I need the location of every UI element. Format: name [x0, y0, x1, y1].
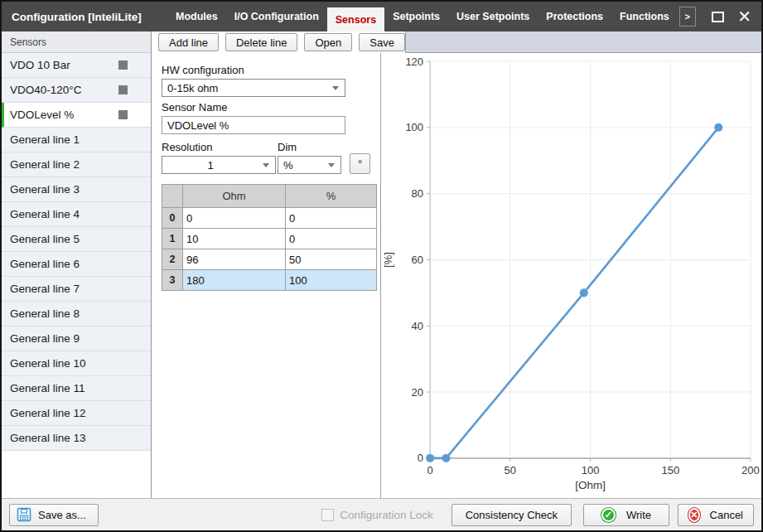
cell-ohm[interactable]: 0 [183, 208, 286, 229]
table-header-row: Ohm % [162, 185, 377, 208]
write-button[interactable]: ✓ Write [583, 504, 669, 526]
maximize-icon[interactable] [712, 12, 724, 22]
sidebar-item-label: VDOLevel % [10, 109, 74, 121]
sidebar-item-general-line-9[interactable]: General line 9 [2, 326, 151, 351]
degree-symbol-button[interactable]: ° [350, 153, 370, 174]
sidebar-item-general-line-6[interactable]: General line 6 [2, 252, 151, 277]
open-button[interactable]: Open [304, 33, 352, 51]
consistency-check-button[interactable]: Consistency Check [452, 504, 572, 526]
sidebar-item-general-line-2[interactable]: General line 2 [2, 152, 151, 177]
svg-text:40: 40 [412, 320, 423, 332]
table-row: 1 10 0 [162, 229, 377, 249]
hw-configuration-label: HW configuration [162, 64, 380, 76]
footer-bar: Save as... Configuration Lock Consistenc… [2, 498, 761, 530]
delete-line-button[interactable]: Delete line [225, 33, 297, 51]
sensors-sidebar: Sensors VDO 10 Bar VDO40-120°C VDOLevel … [2, 31, 152, 498]
tab-functions[interactable]: Functions [611, 2, 678, 31]
main-area: Sensors VDO 10 Bar VDO40-120°C VDOLevel … [2, 31, 761, 498]
resolution-label: Resolution [162, 141, 278, 153]
titlebar: Configuration [InteliLite] Modules I/O C… [2, 2, 761, 31]
sidebar-item-vdo-10-bar[interactable]: VDO 10 Bar [2, 53, 151, 78]
cell-ohm[interactable]: 180 [183, 270, 286, 291]
sensor-name-label: Sensor Name [162, 101, 380, 114]
cell-ohm[interactable]: 10 [183, 229, 286, 249]
sidebar-item-general-line-5[interactable]: General line 5 [2, 227, 151, 252]
sidebar-item-label: VDO 10 Bar [10, 59, 70, 71]
write-check-icon: ✓ [601, 508, 616, 522]
sensor-curve-chart: 020406080100120050100150200[%][Ohm] [381, 53, 761, 498]
tab-protections[interactable]: Protections [538, 2, 611, 31]
sidebar-item-general-line-11[interactable]: General line 11 [2, 376, 151, 401]
sidebar-item-general-line-10[interactable]: General line 10 [2, 351, 151, 376]
hw-configuration-select[interactable]: 0-15k ohm [162, 79, 345, 97]
floppy-disk-icon [17, 507, 31, 522]
table-row: 2 96 50 [162, 249, 377, 270]
content-body: HW configuration 0-15k ohm Sensor Name R… [152, 53, 761, 498]
save-button[interactable]: Save [359, 33, 405, 51]
svg-text:100: 100 [405, 121, 423, 133]
sidebar-item-label: General line 2 [10, 158, 80, 171]
svg-text:150: 150 [661, 464, 679, 476]
tab-modules[interactable]: Modules [167, 2, 226, 31]
sidebar-item-label: General line 6 [10, 258, 80, 270]
cancel-button[interactable]: ✕ Cancel [678, 504, 754, 526]
dim-select[interactable]: % [278, 156, 341, 174]
chevron-down-icon [328, 163, 335, 167]
svg-text:0: 0 [418, 452, 423, 464]
add-line-button[interactable]: Add line [158, 33, 219, 51]
sidebar-item-general-line-8[interactable]: General line 8 [2, 302, 151, 326]
sidebar-item-vdolevel[interactable]: VDOLevel % [2, 103, 151, 128]
dim-label: Dim [278, 141, 341, 153]
row-header[interactable]: 3 [162, 270, 183, 291]
row-header[interactable]: 0 [162, 208, 183, 229]
sidebar-item-label: General line 10 [10, 357, 86, 370]
sidebar-item-label: General line 12 [10, 407, 86, 419]
table-row-selected: 3 180 100 [162, 270, 377, 291]
dim-column: Dim % [278, 137, 341, 174]
app-window: Configuration [InteliLite] Modules I/O C… [0, 0, 763, 532]
svg-text:50: 50 [505, 464, 516, 476]
window-title: Configuration [InteliLite] [2, 2, 167, 31]
sidebar-item-general-line-13[interactable]: General line 13 [2, 426, 151, 451]
sidebar-item-general-line-12[interactable]: General line 12 [2, 401, 151, 426]
configuration-lock-label: Configuration Lock [340, 509, 433, 521]
cell-pct[interactable]: 100 [286, 270, 377, 291]
sidebar-item-general-line-7[interactable]: General line 7 [2, 277, 151, 302]
tab-overflow-button[interactable]: > [679, 7, 696, 27]
row-header[interactable]: 2 [162, 249, 183, 270]
sidebar-item-label: General line 5 [10, 233, 80, 245]
cell-pct[interactable]: 0 [286, 229, 377, 249]
sensor-indicator-icon [118, 85, 128, 94]
column-header-ohm[interactable]: Ohm [183, 185, 286, 208]
sidebar-item-label: General line 4 [10, 208, 80, 220]
save-as-button[interactable]: Save as... [9, 504, 99, 526]
close-icon[interactable]: ✕ [737, 8, 751, 25]
cell-ohm[interactable]: 96 [183, 249, 286, 270]
chevron-down-icon [332, 86, 339, 90]
write-label: Write [626, 509, 651, 521]
sidebar-item-general-line-1[interactable]: General line 1 [2, 128, 151, 152]
tab-sensors[interactable]: Sensors [327, 7, 384, 31]
configuration-lock-group: Configuration Lock [321, 509, 433, 521]
tab-user-setpoints[interactable]: User Setpoints [448, 2, 538, 31]
sidebar-item-vdo40-120c[interactable]: VDO40-120°C [2, 78, 151, 103]
cell-pct[interactable]: 0 [286, 208, 377, 229]
configuration-lock-checkbox[interactable] [321, 509, 334, 521]
toolbar-buttons: Add line Delete line Open Save [152, 31, 405, 53]
sidebar-header: Sensors [2, 31, 151, 53]
sidebar-item-general-line-3[interactable]: General line 3 [2, 177, 151, 202]
sidebar-item-label: General line 7 [10, 283, 80, 295]
save-as-label: Save as... [38, 509, 86, 521]
window-controls: ✕ [712, 2, 761, 31]
svg-text:20: 20 [412, 386, 423, 399]
cell-pct[interactable]: 50 [286, 249, 377, 270]
sensor-indicator-icon [118, 60, 128, 70]
tab-io-configuration[interactable]: I/O Configuration [226, 2, 327, 31]
sensor-name-input[interactable] [162, 116, 345, 134]
tab-setpoints[interactable]: Setpoints [384, 2, 448, 31]
svg-text:[Ohm]: [Ohm] [575, 479, 606, 491]
sidebar-item-general-line-4[interactable]: General line 4 [2, 202, 151, 227]
resolution-select[interactable]: 1 [162, 156, 276, 174]
column-header-pct[interactable]: % [286, 185, 377, 208]
row-header[interactable]: 1 [162, 229, 183, 249]
